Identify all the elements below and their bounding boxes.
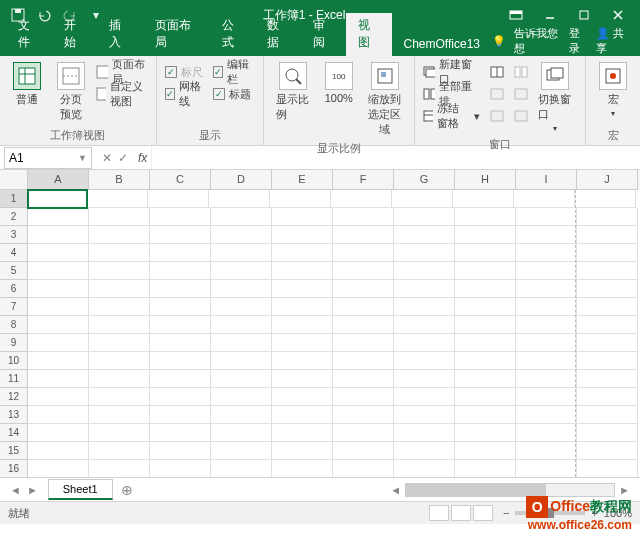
cell[interactable] bbox=[150, 334, 211, 352]
tell-me-input[interactable]: 告诉我您想 bbox=[514, 26, 561, 56]
tab-chemoffice[interactable]: ChemOffice13 bbox=[392, 33, 492, 56]
cell[interactable] bbox=[211, 424, 272, 442]
sheet-nav-next-icon[interactable]: ► bbox=[27, 484, 38, 496]
unhide-button[interactable] bbox=[490, 106, 504, 126]
cell[interactable] bbox=[272, 208, 333, 226]
cell[interactable] bbox=[150, 208, 211, 226]
cell[interactable] bbox=[28, 370, 89, 388]
page-layout-view-icon[interactable] bbox=[451, 505, 471, 521]
cell[interactable] bbox=[394, 226, 455, 244]
column-header[interactable]: J bbox=[577, 170, 638, 190]
row-header[interactable]: 13 bbox=[0, 406, 28, 424]
cell[interactable] bbox=[331, 190, 392, 208]
cell[interactable] bbox=[28, 388, 89, 406]
cell[interactable] bbox=[272, 442, 333, 460]
undo-icon[interactable] bbox=[32, 3, 56, 27]
cell[interactable] bbox=[89, 334, 150, 352]
cell[interactable] bbox=[394, 316, 455, 334]
row-header[interactable]: 6 bbox=[0, 280, 28, 298]
custom-views-button[interactable]: 自定义视图 bbox=[96, 84, 148, 104]
column-header[interactable]: G bbox=[394, 170, 455, 190]
row-header[interactable]: 8 bbox=[0, 316, 28, 334]
cell[interactable] bbox=[333, 424, 394, 442]
cell[interactable] bbox=[577, 352, 638, 370]
row-header[interactable]: 5 bbox=[0, 262, 28, 280]
cell[interactable] bbox=[28, 406, 89, 424]
cell[interactable] bbox=[394, 280, 455, 298]
cell[interactable] bbox=[455, 334, 516, 352]
cell[interactable] bbox=[28, 316, 89, 334]
cell[interactable] bbox=[272, 352, 333, 370]
tab-view[interactable]: 视图 bbox=[346, 13, 392, 56]
cell[interactable] bbox=[394, 208, 455, 226]
cell[interactable] bbox=[394, 406, 455, 424]
cell[interactable] bbox=[272, 262, 333, 280]
normal-view-button[interactable]: 普通 bbox=[8, 60, 46, 109]
cell[interactable] bbox=[272, 244, 333, 262]
cell[interactable] bbox=[516, 244, 577, 262]
row-header[interactable]: 14 bbox=[0, 424, 28, 442]
cell[interactable] bbox=[516, 406, 577, 424]
hide-button[interactable] bbox=[490, 84, 504, 104]
cell[interactable] bbox=[89, 226, 150, 244]
cell[interactable] bbox=[89, 460, 150, 478]
split-button[interactable] bbox=[490, 62, 504, 82]
cell[interactable] bbox=[89, 388, 150, 406]
cell[interactable] bbox=[150, 442, 211, 460]
cell[interactable] bbox=[333, 280, 394, 298]
cell[interactable] bbox=[89, 370, 150, 388]
cell[interactable] bbox=[211, 460, 272, 478]
cell[interactable] bbox=[394, 460, 455, 478]
cell[interactable] bbox=[394, 244, 455, 262]
zoom-button[interactable]: 显示比例 bbox=[272, 60, 314, 124]
row-header[interactable]: 15 bbox=[0, 442, 28, 460]
cell[interactable] bbox=[333, 334, 394, 352]
cell[interactable] bbox=[455, 226, 516, 244]
reset-position-button[interactable] bbox=[514, 106, 528, 126]
column-header[interactable]: I bbox=[516, 170, 577, 190]
ribbon-options-icon[interactable] bbox=[500, 3, 532, 27]
cell[interactable] bbox=[577, 280, 638, 298]
cell[interactable] bbox=[516, 370, 577, 388]
row-header[interactable]: 3 bbox=[0, 226, 28, 244]
switch-windows-button[interactable]: 切换窗口▾ bbox=[534, 60, 577, 135]
cell[interactable] bbox=[577, 370, 638, 388]
cell[interactable] bbox=[89, 406, 150, 424]
cell[interactable] bbox=[333, 226, 394, 244]
column-header[interactable]: A bbox=[28, 170, 89, 190]
cell[interactable] bbox=[211, 442, 272, 460]
cell[interactable] bbox=[272, 406, 333, 424]
cell[interactable] bbox=[455, 424, 516, 442]
tab-page-layout[interactable]: 页面布局 bbox=[143, 13, 210, 56]
row-header[interactable]: 1 bbox=[0, 190, 28, 208]
cell[interactable] bbox=[516, 226, 577, 244]
zoom-to-selection-button[interactable]: 缩放到 选定区域 bbox=[364, 60, 406, 139]
cell[interactable] bbox=[150, 370, 211, 388]
cell[interactable] bbox=[455, 460, 516, 478]
worksheet-grid[interactable]: ABCDEFGHIJ 12345678910111213141516 bbox=[0, 170, 640, 478]
row-header[interactable]: 9 bbox=[0, 334, 28, 352]
cell[interactable] bbox=[575, 190, 636, 208]
cell[interactable] bbox=[577, 298, 638, 316]
cell[interactable] bbox=[272, 226, 333, 244]
cell[interactable] bbox=[28, 334, 89, 352]
cell[interactable] bbox=[516, 316, 577, 334]
cell[interactable] bbox=[394, 370, 455, 388]
cell[interactable] bbox=[455, 370, 516, 388]
cell[interactable] bbox=[333, 298, 394, 316]
cell[interactable] bbox=[514, 190, 575, 208]
cell[interactable] bbox=[394, 298, 455, 316]
cell[interactable] bbox=[333, 460, 394, 478]
row-header[interactable]: 4 bbox=[0, 244, 28, 262]
cell[interactable] bbox=[89, 208, 150, 226]
column-header[interactable]: B bbox=[89, 170, 150, 190]
cell[interactable] bbox=[333, 316, 394, 334]
cell[interactable] bbox=[89, 424, 150, 442]
cell[interactable] bbox=[211, 208, 272, 226]
column-header[interactable]: D bbox=[211, 170, 272, 190]
cell[interactable] bbox=[211, 316, 272, 334]
cell[interactable] bbox=[89, 280, 150, 298]
macros-button[interactable]: 宏▾ bbox=[594, 60, 632, 120]
cell[interactable] bbox=[272, 298, 333, 316]
cell[interactable] bbox=[272, 370, 333, 388]
